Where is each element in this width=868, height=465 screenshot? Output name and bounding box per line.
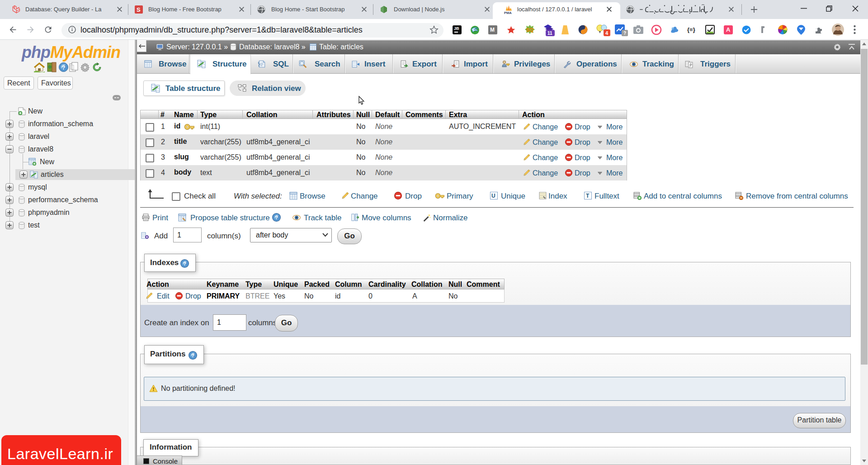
svg-text:?: ? <box>62 64 66 71</box>
svg-text:4: 4 <box>605 30 609 36</box>
svg-text:SQ: SQ <box>526 27 533 33</box>
svg-text:?: ? <box>623 31 626 36</box>
svg-text:11: 11 <box>547 31 552 36</box>
svg-text:PMA: PMA <box>504 11 512 15</box>
